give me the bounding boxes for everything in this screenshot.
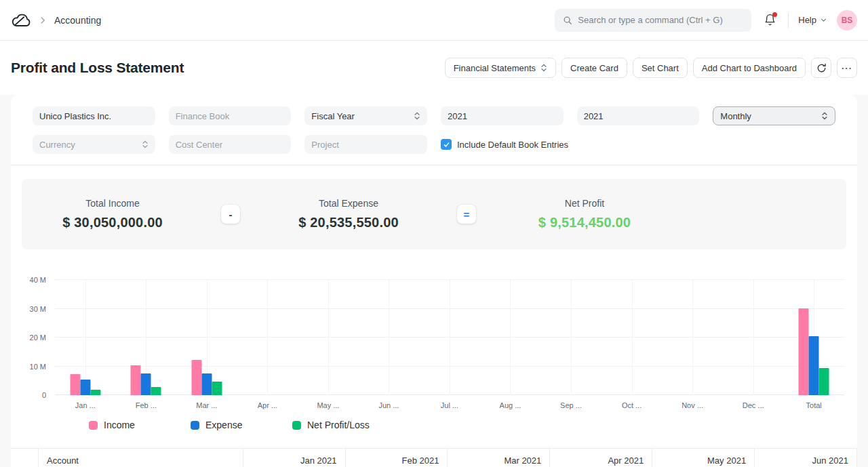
more-options-button[interactable]: ··· (837, 58, 857, 78)
company-filter[interactable] (33, 106, 155, 125)
bar-group (191, 360, 222, 395)
category-gridline (389, 280, 389, 395)
table-header-row: AccountJan 2021Feb 2021Mar 2021Apr 2021M… (38, 449, 857, 467)
summary-band: Total Income $ 30,050,000.00 - Total Exp… (22, 179, 846, 249)
total-income-card: Total Income $ 30,050,000.00 (22, 198, 203, 230)
bar-income-jan[interactable] (70, 374, 80, 395)
bar-expense-total[interactable] (809, 336, 819, 395)
legend-item-net-profit-loss: Net Profit/Loss (292, 420, 394, 430)
cost-center-input[interactable] (176, 140, 285, 150)
search-icon (563, 16, 572, 25)
checkbox-checked-icon[interactable] (441, 139, 452, 150)
avatar[interactable]: BS (837, 10, 857, 31)
legend-swatch-icon (292, 421, 301, 430)
total-expense-card: Total Expense $ 20,535,550.00 (258, 198, 439, 230)
category-gridline (632, 280, 633, 395)
bar-income-total[interactable] (799, 308, 809, 395)
legend-label: Expense (205, 420, 242, 430)
column-header-may-2021[interactable]: May 2021 (652, 449, 755, 467)
column-header-jan-2021[interactable]: Jan 2021 (243, 449, 346, 467)
bar-net-profit-loss-total[interactable] (819, 368, 829, 395)
add-chart-to-dashboard-button[interactable]: Add Chart to Dashboard (693, 58, 806, 78)
chart-category-aug (480, 280, 541, 395)
chart-category-nov (662, 280, 723, 395)
category-gridline (267, 280, 268, 395)
x-tick-dec: Dec ... (723, 401, 784, 409)
y-tick-0: 0 (42, 391, 46, 399)
page-toolbar: Profit and Loss Statement Financial Stat… (0, 41, 868, 95)
bar-expense-jan[interactable] (80, 380, 90, 395)
chart-category-mar (176, 280, 237, 395)
column-header-feb-2021[interactable]: Feb 2021 (346, 449, 448, 467)
bar-income-feb[interactable] (131, 365, 141, 395)
app-logo-cloud-icon[interactable] (11, 12, 31, 29)
refresh-button[interactable] (811, 58, 831, 78)
chart-legend: IncomeExpenseNet Profit/Loss (89, 418, 844, 432)
x-tick-mar: Mar ... (176, 401, 237, 409)
column-header-jun-2021[interactable]: Jun 2021 (755, 449, 857, 467)
total-income-label: Total Income (22, 198, 203, 209)
bar-expense-feb[interactable] (141, 373, 151, 395)
to-fiscal-year-filter[interactable] (577, 106, 700, 125)
breadcrumb[interactable]: Accounting (54, 15, 101, 26)
profit-loss-chart: 010 M20 M30 M40 M Jan ...Feb ...Mar ...A… (11, 280, 857, 432)
column-header-mar-2021[interactable]: Mar 2021 (448, 449, 550, 467)
category-gridline (753, 280, 754, 395)
bar-net-profit-loss-jan[interactable] (90, 390, 100, 395)
report-table: AccountJan 2021Feb 2021Mar 2021Apr 2021M… (11, 448, 857, 467)
page-title: Profit and Loss Statement (11, 60, 184, 76)
bar-net-profit-loss-mar[interactable] (212, 382, 222, 395)
global-search[interactable] (555, 9, 751, 32)
net-profit-value: $ 9,514,450.00 (494, 215, 675, 230)
category-gridline (692, 280, 693, 395)
ellipsis-icon: ··· (842, 63, 852, 73)
project-input[interactable] (311, 140, 420, 150)
x-tick-jan: Jan ... (55, 401, 116, 409)
currency-select[interactable]: Currency (33, 135, 155, 154)
period-basis-select[interactable]: Fiscal Year (304, 106, 427, 125)
chevron-up-down-icon (142, 140, 149, 148)
legend-label: Net Profit/Loss (307, 420, 370, 430)
x-tick-apr: Apr ... (237, 401, 298, 409)
bar-expense-mar[interactable] (201, 373, 212, 395)
chevron-up-down-icon (821, 112, 828, 120)
include-default-book-entries[interactable]: Include Default Book Entries (441, 135, 835, 154)
x-tick-aug: Aug ... (480, 401, 541, 409)
project-filter[interactable] (304, 135, 427, 154)
y-tick-40-m: 40 M (30, 276, 46, 284)
cost-center-filter[interactable] (169, 135, 292, 154)
financial-statements-label: Financial Statements (454, 63, 536, 73)
set-chart-button[interactable]: Set Chart (633, 58, 688, 78)
column-header-apr-2021[interactable]: Apr 2021 (550, 449, 652, 467)
chart-category-may (298, 280, 359, 395)
refresh-icon (816, 63, 827, 73)
periodicity-select[interactable]: Monthly (713, 106, 835, 125)
help-menu[interactable]: Help (798, 15, 827, 25)
bar-group (799, 308, 829, 395)
create-card-button[interactable]: Create Card (561, 58, 627, 78)
finance-book-input[interactable] (176, 111, 285, 121)
from-fiscal-year-input[interactable] (448, 111, 557, 121)
report-card: Fiscal Year Monthly Currency Include De (11, 95, 857, 467)
x-tick-may: May ... (298, 401, 359, 409)
bar-income-mar[interactable] (191, 360, 201, 395)
company-input[interactable] (39, 111, 149, 121)
bar-group (131, 365, 161, 395)
y-tick-30-m: 30 M (30, 305, 46, 313)
search-input[interactable] (578, 15, 743, 25)
legend-label: Income (104, 420, 135, 430)
x-tick-oct: Oct ... (601, 401, 663, 409)
nav-divider (788, 13, 789, 28)
to-fiscal-year-input[interactable] (584, 111, 693, 121)
notifications-bell-icon[interactable] (761, 12, 778, 29)
financial-statements-dropdown[interactable]: Financial Statements (445, 58, 556, 78)
period-basis-value: Fiscal Year (311, 111, 355, 121)
finance-book-filter[interactable] (169, 106, 292, 125)
x-tick-total: Total (783, 401, 844, 409)
bar-net-profit-loss-feb[interactable] (151, 387, 161, 395)
breadcrumb-chevron-icon (38, 16, 47, 25)
column-header-account[interactable]: Account (39, 449, 243, 467)
legend-swatch-icon (89, 421, 98, 430)
from-fiscal-year-filter[interactable] (441, 106, 564, 125)
x-tick-jul: Jul ... (419, 401, 480, 409)
